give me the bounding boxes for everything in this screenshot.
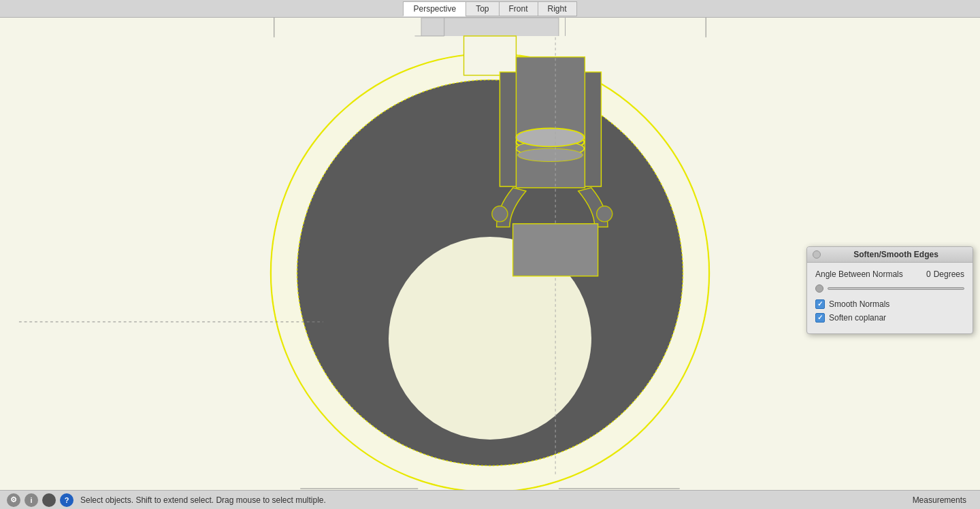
smooth-normals-label: Smooth Normals: [829, 299, 889, 309]
info-icon[interactable]: i: [24, 493, 38, 507]
panel-title: Soften/Smooth Edges: [825, 250, 967, 259]
svg-rect-5: [464, 36, 517, 76]
panel-title-bar: Soften/Smooth Edges: [807, 247, 973, 263]
angle-slider-track[interactable]: [828, 287, 964, 290]
angle-unit: Degrees: [934, 269, 964, 279]
soften-coplanar-checkbox[interactable]: [815, 313, 825, 323]
angle-value: 0: [920, 269, 931, 279]
soften-coplanar-row: Soften coplanar: [815, 313, 964, 323]
angle-label: Angle Between Normals: [815, 269, 920, 279]
status-bar: ⚙ i ? Select objects. Shift to extend se…: [0, 490, 980, 509]
svg-rect-7: [516, 57, 585, 188]
svg-point-11: [516, 128, 584, 146]
smooth-normals-checkbox[interactable]: [815, 299, 825, 309]
svg-rect-15: [513, 224, 598, 276]
tab-bar: Perspective Top Front Right: [0, 0, 980, 18]
tab-top[interactable]: Top: [466, 1, 498, 16]
tab-right[interactable]: Right: [538, 1, 577, 16]
gear-icon[interactable]: ⚙: [7, 493, 20, 507]
panel-close-button[interactable]: [813, 250, 821, 259]
status-text: Select objects. Shift to extend select. …: [80, 495, 913, 505]
measurements-label: Measurements: [913, 495, 966, 505]
panel-body: Angle Between Normals 0 Degrees Smooth N…: [807, 263, 973, 333]
smooth-normals-row: Smooth Normals: [815, 299, 964, 309]
smooth-edges-panel: Soften/Smooth Edges Angle Between Normal…: [806, 246, 973, 334]
tab-perspective[interactable]: Perspective: [403, 1, 466, 16]
svg-point-14: [597, 206, 612, 222]
svg-point-10: [517, 148, 583, 161]
angle-slider-container[interactable]: [815, 284, 964, 293]
svg-point-13: [492, 206, 508, 222]
angle-slider-row: [815, 284, 964, 293]
person-icon[interactable]: [42, 493, 56, 507]
slider-thumb: [815, 284, 823, 293]
soften-coplanar-label: Soften coplanar: [829, 313, 886, 323]
help-icon[interactable]: ?: [60, 493, 74, 507]
status-icons: ⚙ i ?: [7, 493, 74, 507]
angle-row: Angle Between Normals 0 Degrees: [815, 269, 964, 279]
tab-front[interactable]: Front: [499, 1, 538, 16]
